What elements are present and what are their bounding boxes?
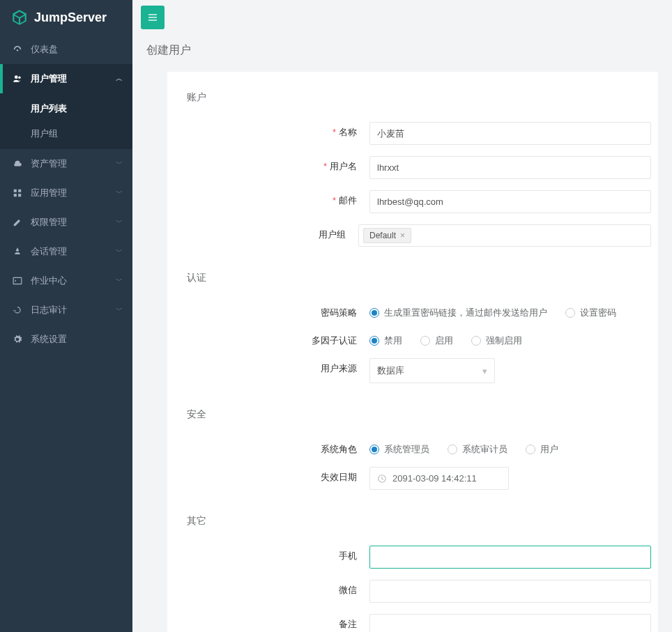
section-security: 安全: [167, 389, 658, 433]
nav-label: 权限管理: [31, 216, 67, 229]
clock-icon: [377, 474, 387, 484]
nav-label: 资产管理: [31, 157, 67, 170]
svg-rect-6: [18, 194, 21, 196]
svg-rect-3: [14, 190, 17, 192]
radio-mfa-force[interactable]: 强制启用: [471, 334, 522, 347]
users-icon: [13, 74, 25, 84]
svg-point-1: [15, 75, 18, 79]
chevron-down-icon: ﹀: [116, 159, 123, 169]
chevron-down-icon: ﹀: [116, 247, 123, 256]
nav-label: 仪表盘: [31, 43, 58, 56]
wechat-input[interactable]: [369, 580, 651, 603]
svg-rect-8: [148, 14, 157, 15]
email-input[interactable]: [369, 190, 651, 213]
cloud-icon: [13, 159, 25, 169]
radio-role-admin[interactable]: 系统管理员: [369, 443, 429, 456]
chevron-down-icon: ﹀: [116, 305, 123, 315]
svg-rect-10: [148, 20, 157, 20]
phone-input[interactable]: [369, 546, 651, 569]
sub-nav-users: 用户列表 用户组: [0, 93, 132, 149]
sub-user-list[interactable]: 用户列表: [0, 96, 132, 121]
chevron-down-icon: ﹀: [116, 276, 123, 286]
comment-textarea[interactable]: [369, 614, 651, 632]
gear-icon: [13, 334, 25, 344]
label-password-policy: 密码策略: [167, 302, 369, 319]
label-usergroup: 用户组: [167, 224, 358, 241]
radio-role-auditor[interactable]: 系统审计员: [448, 443, 507, 456]
section-account: 账户: [167, 86, 658, 116]
tag-remove-icon[interactable]: ×: [400, 231, 405, 240]
label-expire-date: 失效日期: [167, 467, 369, 484]
chevron-down-icon: ﹀: [116, 188, 123, 198]
toggle-sidebar-button[interactable]: [141, 6, 165, 29]
nav-audit[interactable]: 日志审计 ﹀: [0, 295, 132, 325]
chevron-down-icon: ▾: [482, 366, 487, 376]
radio-mfa-disable[interactable]: 禁用: [369, 334, 402, 347]
expire-date-input[interactable]: 2091-03-09 14:42:11: [369, 467, 509, 490]
section-other: 其它: [167, 495, 658, 540]
svg-rect-5: [14, 194, 17, 196]
svg-rect-7: [13, 277, 22, 284]
label-wechat: 微信: [167, 580, 369, 596]
label-username: *用户名: [167, 156, 369, 173]
form-card: 账户 *名称 *用户名 *邮件 用户组 Default × 认: [167, 72, 658, 632]
rocket-icon: [13, 247, 25, 256]
nav-label: 用户管理: [31, 72, 67, 85]
nav-label: 系统设置: [31, 333, 67, 346]
name-input[interactable]: [369, 122, 651, 145]
chevron-up-icon: ︿: [116, 74, 123, 84]
logo-icon: [10, 8, 29, 26]
radio-role-user[interactable]: 用户: [526, 443, 558, 456]
svg-rect-9: [148, 17, 157, 17]
radio-mfa-enable[interactable]: 启用: [420, 334, 453, 347]
label-phone: 手机: [167, 546, 369, 562]
usergroup-select[interactable]: Default ×: [358, 224, 651, 247]
main-content: 创建用户 账户 *名称 *用户名 *邮件 用户组 Default ×: [132, 0, 672, 632]
label-name: *名称: [167, 122, 369, 139]
page-title: 创建用户: [132, 35, 672, 72]
radio-pwd-reset-link[interactable]: 生成重置密码链接，通过邮件发送给用户: [369, 307, 547, 319]
usergroup-tag: Default ×: [363, 228, 411, 243]
username-input[interactable]: [369, 156, 651, 179]
nav-app[interactable]: 应用管理 ﹀: [0, 178, 132, 208]
sub-user-group[interactable]: 用户组: [0, 121, 132, 146]
brand-text: JumpServer: [34, 10, 107, 25]
grid-icon: [13, 188, 25, 198]
nav-label: 会话管理: [31, 245, 67, 258]
terminal-icon: [13, 276, 25, 286]
label-comment: 备注: [167, 614, 369, 631]
svg-point-0: [17, 49, 18, 51]
nav-permission[interactable]: 权限管理 ﹀: [0, 208, 132, 237]
topbar: [132, 0, 672, 35]
menu-icon: [147, 12, 158, 23]
label-system-role: 系统角色: [167, 439, 369, 456]
nav-dashboard[interactable]: 仪表盘: [0, 35, 132, 64]
svg-point-2: [18, 77, 21, 79]
sidebar: JumpServer 仪表盘 用户管理 ︿ 用户列表 用户组 资产管理 ﹀ 应用…: [0, 0, 132, 632]
nav-label: 应用管理: [31, 187, 67, 199]
dashboard-icon: [13, 45, 25, 54]
label-mfa: 多因子认证: [167, 330, 369, 347]
label-source: 用户来源: [167, 358, 369, 375]
section-auth: 认证: [167, 252, 658, 297]
label-email: *邮件: [167, 190, 369, 207]
edit-icon: [13, 217, 25, 227]
history-icon: [13, 305, 25, 315]
svg-rect-4: [18, 190, 21, 192]
nav-user-management[interactable]: 用户管理 ︿: [0, 64, 132, 93]
nav-job[interactable]: 作业中心 ﹀: [0, 266, 132, 295]
nav-asset[interactable]: 资产管理 ﹀: [0, 149, 132, 178]
source-select[interactable]: 数据库 ▾: [369, 358, 495, 383]
brand: JumpServer: [0, 0, 132, 35]
nav-settings[interactable]: 系统设置: [0, 325, 132, 354]
radio-set-password[interactable]: 设置密码: [565, 307, 616, 319]
chevron-down-icon: ﹀: [116, 217, 123, 227]
nav-label: 日志审计: [31, 304, 67, 316]
nav-label: 作业中心: [31, 275, 67, 287]
nav-session[interactable]: 会话管理 ﹀: [0, 237, 132, 266]
